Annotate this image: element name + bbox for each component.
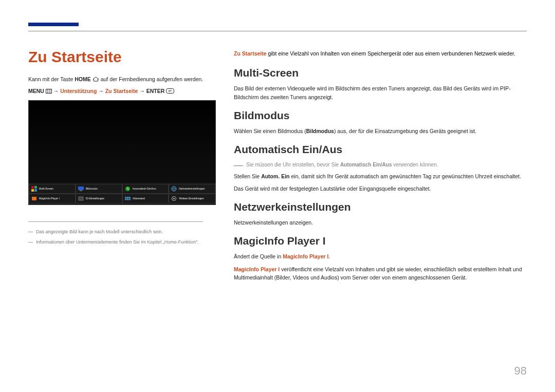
n-post: verwenden können. bbox=[392, 162, 438, 167]
svg-rect-17 bbox=[126, 197, 128, 198]
multi-screen-heading: Multi-Screen bbox=[234, 67, 527, 79]
bildmodus-text: Wählen Sie einen Bildmodus (Bildmodus) a… bbox=[234, 127, 527, 135]
menu-path: MENU → Unterstützung → Zu Startseite → E… bbox=[28, 87, 216, 96]
menu-videowand: Videowand bbox=[122, 194, 169, 203]
footnotes: ― Das angezeigte Bild kann je nach Model… bbox=[28, 221, 203, 246]
svg-rect-20 bbox=[126, 198, 128, 200]
t-bold: Bildmodus bbox=[306, 128, 334, 134]
svg-rect-19 bbox=[125, 198, 126, 200]
p-bold: Autom. Ein bbox=[261, 173, 289, 179]
menu-auto-einaus: Automatisch Ein/Aus bbox=[122, 184, 169, 194]
dash-icon: ― bbox=[234, 162, 243, 171]
intro-pre: Kann mit der Taste bbox=[28, 76, 75, 82]
svg-rect-4 bbox=[31, 186, 34, 189]
footnote-text: Informationen über Untermenüelemente fin… bbox=[36, 238, 199, 246]
videowall-icon bbox=[125, 196, 131, 201]
id-icon bbox=[78, 196, 84, 201]
n-pre: Sie müssen die Uhr einstellen, bevor Sie bbox=[246, 162, 340, 167]
path-support: Unterstützung bbox=[60, 88, 97, 94]
auto-p2: Das Gerät wird mit der festgelegten Laut… bbox=[234, 184, 527, 193]
note-content: Sie müssen die Uhr einstellen, bevor Sie… bbox=[246, 161, 438, 169]
arrow3: → bbox=[138, 88, 146, 94]
t-post: ) aus, der für die Einsatzumgebung des G… bbox=[334, 128, 476, 134]
enter-icon bbox=[166, 87, 174, 96]
path-menu: MENU bbox=[28, 88, 44, 94]
footnote-text: Das angezeigte Bild kann je nach Modell … bbox=[36, 228, 163, 235]
menu-weitere: Weitere Einstellungen bbox=[169, 194, 215, 203]
header-rule bbox=[28, 31, 527, 31]
menu-label: Bildmodus bbox=[86, 187, 98, 190]
magic-p2: MagicInfo Player I veröffentlicht eine V… bbox=[234, 265, 527, 282]
svg-rect-14 bbox=[32, 197, 36, 200]
left-column: Zu Startseite Kann mit der Taste HOME au… bbox=[28, 48, 216, 249]
menu-id: ID-Einstellungen bbox=[76, 194, 122, 203]
menu-label: Netzwerkeinstellungen bbox=[179, 187, 205, 190]
path-enter: ENTER bbox=[146, 88, 165, 94]
intro-post: auf der Fernbedienung aufgerufen werden. bbox=[101, 76, 203, 82]
multi-screen-text: Das Bild der externen Videoquelle wird i… bbox=[234, 84, 527, 101]
svg-rect-6 bbox=[31, 189, 34, 192]
network-icon bbox=[171, 186, 177, 192]
right-intro: Zu Startseite gibt eine Vielzahl von Inh… bbox=[234, 49, 527, 58]
right-column: Zu Startseite gibt eine Vielzahl von Inh… bbox=[234, 49, 527, 290]
m2-bold: MagicInfo Player I bbox=[234, 266, 280, 272]
bildmodus-icon bbox=[78, 186, 84, 192]
arrow2: → bbox=[97, 88, 105, 94]
n-bold: Automatisch Ein/Aus bbox=[340, 162, 392, 167]
bildmodus-heading: Bildmodus bbox=[234, 109, 527, 122]
page-accent-bar bbox=[28, 23, 79, 26]
menu-multi-screen: Multi-Screen bbox=[29, 184, 76, 194]
menu-bar: Multi-Screen Bildmodus Automatisch Ein/A… bbox=[29, 183, 215, 204]
m-bold: MagicInfo Player I bbox=[283, 253, 328, 259]
menu-label: Multi-Screen bbox=[39, 187, 53, 190]
menu-row-1: Multi-Screen Bildmodus Automatisch Ein/A… bbox=[29, 184, 215, 194]
p-post: ein, damit sich Ihr Gerät automatisch am… bbox=[290, 173, 521, 179]
dash-icon: ― bbox=[28, 228, 33, 235]
netzwerk-text: Netzwerkeinstellungen anzeigen. bbox=[234, 218, 527, 227]
menu-netzwerk: Netzwerkeinstellungen bbox=[169, 184, 215, 194]
menu-label: Automatisch Ein/Aus bbox=[133, 187, 156, 190]
path-home: Zu Startseite bbox=[105, 88, 138, 94]
svg-rect-9 bbox=[80, 190, 82, 191]
clock-icon bbox=[125, 186, 131, 192]
menu-label: Weitere Einstellungen bbox=[179, 197, 204, 200]
netzwerk-heading: Netzwerkeinstellungen bbox=[234, 201, 527, 213]
menu-label: MagicInfo Player I bbox=[39, 197, 60, 200]
menu-label: Videowand bbox=[133, 197, 145, 200]
intro-home: HOME bbox=[75, 76, 91, 82]
magic-heading: MagicInfo Player I bbox=[234, 235, 527, 247]
magic-p1: Ändert die Quelle in MagicInfo Player I. bbox=[234, 252, 527, 260]
auto-p1: Stellen Sie Autom. Ein ein, damit sich I… bbox=[234, 172, 527, 180]
svg-rect-7 bbox=[34, 189, 37, 192]
menu-icon bbox=[46, 87, 52, 96]
gear-icon bbox=[171, 196, 177, 201]
footnote-1: ― Das angezeigte Bild kann je nach Model… bbox=[28, 228, 203, 235]
auto-heading: Automatisch Ein/Aus bbox=[234, 143, 527, 156]
auto-note: ― Sie müssen die Uhr einstellen, bevor S… bbox=[234, 161, 527, 169]
svg-point-23 bbox=[173, 198, 175, 199]
svg-rect-16 bbox=[125, 197, 126, 198]
menu-row-2: MagicInfo Player I ID-Einstellungen Vide… bbox=[29, 194, 215, 203]
magicinfo-icon bbox=[31, 196, 37, 201]
home-icon bbox=[92, 76, 99, 84]
menu-bildmodus: Bildmodus bbox=[76, 184, 122, 194]
svg-rect-0 bbox=[46, 89, 51, 94]
svg-rect-18 bbox=[128, 197, 130, 198]
multi-screen-icon bbox=[31, 186, 37, 192]
dash-icon: ― bbox=[28, 238, 33, 246]
page-number: 98 bbox=[514, 364, 527, 378]
intro-rest: gibt eine Vielzahl von Inhalten von eine… bbox=[267, 50, 515, 57]
footnote-2: ― Informationen über Untermenüelemente f… bbox=[28, 238, 203, 246]
t-pre: Wählen Sie einen Bildmodus ( bbox=[234, 128, 306, 134]
intro-orange: Zu Startseite bbox=[234, 50, 267, 57]
svg-rect-5 bbox=[34, 186, 37, 189]
m-post: . bbox=[328, 253, 330, 259]
svg-rect-8 bbox=[78, 186, 84, 190]
device-screenshot: Multi-Screen Bildmodus Automatisch Ein/A… bbox=[28, 100, 216, 205]
p-pre: Stellen Sie bbox=[234, 173, 261, 179]
svg-rect-21 bbox=[128, 198, 130, 200]
menu-magicinfo: MagicInfo Player I bbox=[29, 194, 76, 203]
m-pre: Ändert die Quelle in bbox=[234, 253, 283, 259]
intro-text: Kann mit der Taste HOME auf der Fernbedi… bbox=[28, 75, 216, 84]
arrow1: → bbox=[53, 88, 60, 94]
